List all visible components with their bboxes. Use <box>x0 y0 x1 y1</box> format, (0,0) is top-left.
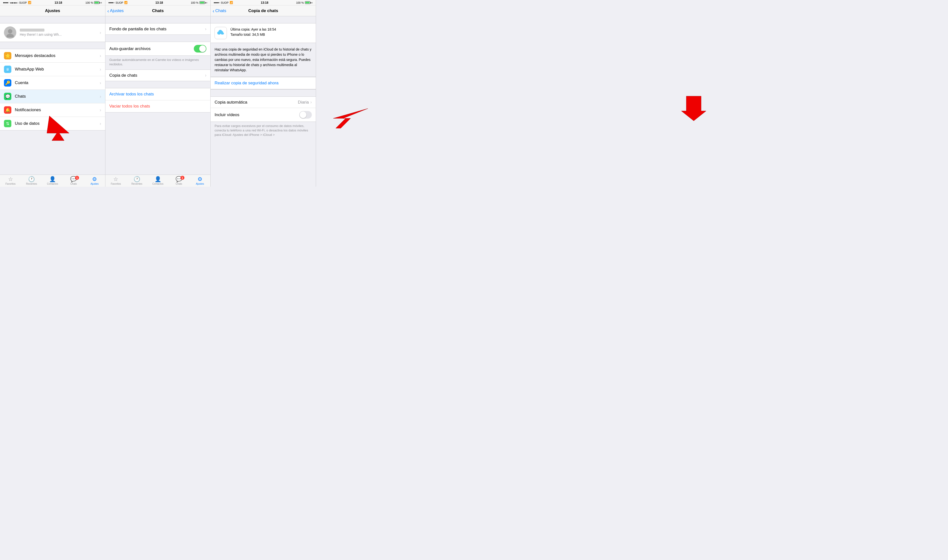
favoritos-label-2: Favoritos <box>111 183 121 185</box>
tab-bar-1: ☆ Favoritos 🕐 Recientes 👤 Contactos 💬 1 … <box>0 175 105 187</box>
section-gap-6 <box>211 16 316 23</box>
mensajes-chevron: › <box>100 53 101 58</box>
list-item-notificaciones[interactable]: 🔔 Notificaciones › <box>0 103 105 117</box>
copia-auto-value: Diaria <box>298 100 309 105</box>
toggle-knob <box>199 45 206 52</box>
back-label-3: Chats <box>215 8 226 13</box>
battery-icon-2 <box>199 1 205 4</box>
status-left-1: ●●●●○ ●●●●○ SUOP 📶 <box>3 1 31 4</box>
favoritos-label-1: Favoritos <box>5 183 15 185</box>
tab-contactos-2[interactable]: 👤 Contactos <box>147 175 168 187</box>
section-gap-4 <box>105 35 211 42</box>
charging-icon-3: + <box>311 1 313 4</box>
autoguardar-toggle[interactable] <box>194 45 206 52</box>
list-item-cuenta[interactable]: 🔑 Cuenta › <box>0 76 105 90</box>
nav-back-3[interactable]: ‹ Chats <box>213 8 226 13</box>
videos-toggle[interactable] <box>299 111 312 118</box>
list-item-copia[interactable]: Copia de chats › <box>105 70 211 81</box>
section-auto-guardar: Auto-guardar archivos <box>105 42 211 56</box>
videos-toggle-knob <box>300 111 306 118</box>
fondo-label: Fondo de pantalla de los chats <box>110 27 205 32</box>
tab-chats-1[interactable]: 💬 1 Chats <box>63 175 84 187</box>
data-icon: ⇅ <box>4 120 11 127</box>
scroll-content-2[interactable]: Fondo de pantalla de los chats › Auto-gu… <box>105 16 211 175</box>
scroll-content-1[interactable]: Hey there! I am using Wh... › ⭐ Mensajes… <box>0 16 105 175</box>
wifi-icon-3: 📶 <box>230 1 233 4</box>
chats-badge-1: 1 <box>75 176 79 180</box>
status-left-3: ●●●●○ SUOP 📶 <box>213 1 233 4</box>
status-right-3: 100 % + <box>296 1 313 4</box>
fondo-chevron: › <box>205 26 206 32</box>
action-vaciar[interactable]: Vaciar todos los chats <box>105 100 211 112</box>
nav-back-2[interactable]: ‹ Ajustes <box>107 8 124 13</box>
chat-icon: 💬 <box>4 93 11 100</box>
tab-recientes-2[interactable]: 🕐 Recientes <box>127 175 147 187</box>
tab-chats-2[interactable]: 💬 1 Chats <box>168 175 189 187</box>
time-1: 13:18 <box>54 1 62 5</box>
wifi-icon-2: 📶 <box>124 1 128 4</box>
list-item-whatsappweb[interactable]: 🖥 WhatsApp Web › <box>0 63 105 76</box>
contactos-label-1: Contactos <box>47 183 58 185</box>
backup-description: Haz una copia de seguridad en iCloud de … <box>211 43 316 77</box>
battery-pct-2: 100 % <box>191 1 199 4</box>
profile-name <box>20 29 45 32</box>
list-item-uso-datos[interactable]: ⇅ Uso de datos › <box>0 117 105 130</box>
time-3: 13:18 <box>261 1 269 5</box>
footer-text: Para evitar cargos excesivos por el cons… <box>211 122 316 140</box>
list-item-videos[interactable]: Incluir vídeos <box>211 108 316 122</box>
list-item-copia-auto[interactable]: Copia automática Diaria › <box>211 97 316 108</box>
wifi-icon-1: 📶 <box>28 1 31 4</box>
status-bar-1: ●●●●○ ●●●●○ SUOP 📶 13:18 100 % + <box>0 0 105 5</box>
backup-now-section: Realizar copia de seguridad ahora <box>211 77 316 89</box>
tab-favoritos-2[interactable]: ☆ Favoritos <box>105 175 127 187</box>
icloud-info: Última copia: Ayer a las 18:54 Tamaño to… <box>230 27 312 37</box>
panel-ajustes: ●●●●○ ●●●●○ SUOP 📶 13:18 100 % + Ajustes <box>0 0 105 187</box>
nav-bar-2: ‹ Ajustes Chats <box>105 5 211 16</box>
section-fondo: Fondo de pantalla de los chats › <box>105 23 211 35</box>
list-item-autoguardar[interactable]: Auto-guardar archivos <box>105 42 211 55</box>
cuenta-chevron: › <box>100 80 101 86</box>
ajustes-label-1: Ajustes <box>91 183 99 185</box>
time-2: 13:18 <box>156 1 163 5</box>
list-item-fondo[interactable]: Fondo de pantalla de los chats › <box>105 23 211 34</box>
tab-contactos-1[interactable]: 👤 Contactos <box>42 175 63 187</box>
copia-auto-chevron: › <box>310 100 312 105</box>
list-item-chats[interactable]: 💬 Chats › <box>0 90 105 103</box>
section-copia-auto: Copia automática Diaria › Incluir vídeos <box>211 97 316 122</box>
profile-info: Hey there! I am using Wh... <box>20 29 100 37</box>
recientes-icon-2: 🕐 <box>134 177 140 182</box>
tab-ajustes-1[interactable]: ⚙ Ajustes <box>84 175 105 187</box>
backup-now-link[interactable]: Realizar copia de seguridad ahora <box>211 77 316 89</box>
charging-icon-2: + <box>206 1 207 4</box>
recientes-label-1: Recientes <box>26 183 37 185</box>
charging-icon-1: + <box>100 1 102 4</box>
scroll-content-3[interactable]: Última copia: Ayer a las 18:54 Tamaño to… <box>211 16 316 187</box>
section-actions: Archivar todos los chats Vaciar todos lo… <box>105 88 211 112</box>
icloud-icon <box>216 29 225 37</box>
key-icon: 🔑 <box>4 79 11 86</box>
contactos-icon-2: 👤 <box>154 177 161 182</box>
nav-bar-1: Ajustes <box>0 5 105 16</box>
favoritos-icon-1: ☆ <box>8 177 13 182</box>
avatar-icon <box>5 28 15 37</box>
carrier-1: ●●●●○ SUOP <box>10 1 27 4</box>
section-copia: Copia de chats › <box>105 69 211 81</box>
ajustes-icon-1: ⚙ <box>92 177 97 182</box>
uso-datos-label: Uso de datos <box>15 121 100 126</box>
tab-favoritos-1[interactable]: ☆ Favoritos <box>0 175 21 187</box>
tab-ajustes-2[interactable]: ⚙ Ajustes <box>189 175 210 187</box>
list-item-mensajes[interactable]: ⭐ Mensajes destacados › <box>0 49 105 63</box>
autoguardar-subtitle: Guardar automáticamente en el Carrete lo… <box>105 56 211 69</box>
chats-label-tab-2: Chats <box>176 183 182 185</box>
whatsappweb-label: WhatsApp Web <box>15 67 100 72</box>
action-archivar[interactable]: Archivar todos los chats <box>105 88 211 100</box>
web-icon: 🖥 <box>4 66 11 73</box>
contactos-icon-1: 👤 <box>49 177 56 182</box>
nav-title-3: Copia de chats <box>249 8 278 13</box>
profile-row[interactable]: Hey there! I am using Wh... › <box>0 23 105 42</box>
tab-recientes-1[interactable]: 🕐 Recientes <box>21 175 42 187</box>
copia-auto-label: Copia automática <box>215 100 298 105</box>
archivar-label: Archivar todos los chats <box>110 92 154 97</box>
tab-bar-2: ☆ Favoritos 🕐 Recientes 👤 Contactos 💬 1 … <box>105 175 211 187</box>
notificaciones-label: Notificaciones <box>15 108 100 112</box>
